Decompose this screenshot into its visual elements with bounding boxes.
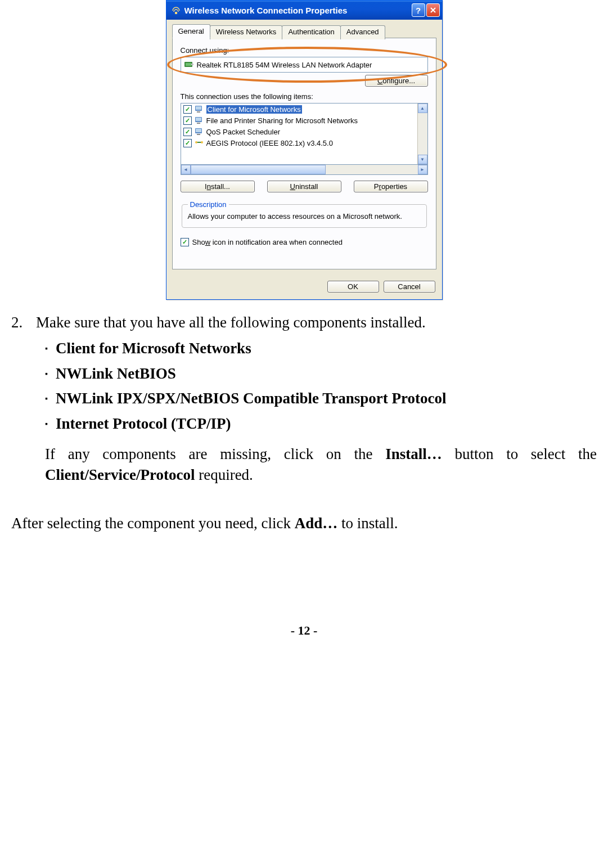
- svg-rect-0: [175, 12, 177, 14]
- scroll-right-icon[interactable]: ►: [418, 165, 427, 174]
- title-text: Wireless Network Connection Properties: [184, 6, 412, 15]
- step-text: Make sure that you have all the followin…: [36, 312, 426, 332]
- show-icon-checkbox[interactable]: ✓: [181, 238, 189, 246]
- tab-panel-general: Connect using: Realtek RTL8185 54M Wirel…: [172, 38, 436, 269]
- svg-point-15: [201, 141, 203, 143]
- checkbox-icon[interactable]: ✓: [183, 105, 192, 114]
- bullet-icon: ▪: [45, 394, 48, 404]
- scroll-up-icon[interactable]: ▲: [418, 104, 427, 113]
- service-icon: [195, 127, 204, 136]
- list-item-label: AEGIS Protocol (IEEE 802.1x) v3.4.5.0: [206, 139, 333, 147]
- horizontal-scrollbar[interactable]: ◄ ►: [181, 165, 428, 175]
- list-item[interactable]: ✓ QoS Packet Scheduler: [181, 126, 417, 137]
- wireless-icon: [171, 5, 181, 15]
- vertical-scrollbar[interactable]: ▲ ▼: [417, 104, 427, 164]
- list-item[interactable]: ✓ AEGIS Protocol (IEEE 802.1x) v3.4.5.0: [181, 137, 417, 149]
- description-text: Allows your computer to access resources…: [188, 212, 421, 222]
- svg-rect-8: [196, 118, 201, 121]
- nic-icon: [184, 60, 193, 69]
- scroll-left-icon[interactable]: ◄: [181, 165, 191, 174]
- svg-rect-2: [186, 63, 191, 66]
- step-2: 2. Make sure that you have all the follo…: [11, 312, 597, 332]
- connect-using-label: Connect using:: [181, 46, 428, 55]
- list-item-label: File and Printer Sharing for Microsoft N…: [206, 116, 358, 125]
- help-button[interactable]: ?: [412, 3, 425, 17]
- items-listbox[interactable]: ✓ Client for Microsoft Networks ✓ File a…: [181, 103, 428, 165]
- service-icon: [195, 116, 204, 125]
- tab-general[interactable]: General: [172, 24, 210, 38]
- dialog-footer: OK Cancel: [166, 275, 442, 299]
- title-bar[interactable]: Wireless Network Connection Properties ?: [166, 1, 442, 20]
- tab-strip: General Wireless Networks Authentication…: [172, 24, 436, 38]
- show-icon-label: Show icon in notification area when conn…: [192, 238, 343, 246]
- scroll-down-icon[interactable]: ▼: [418, 155, 427, 164]
- description-legend: Description: [188, 200, 229, 209]
- list-item[interactable]: ✓ Client for Microsoft Networks: [181, 104, 417, 115]
- svg-rect-11: [196, 129, 201, 132]
- protocol-icon: [195, 138, 204, 147]
- svg-rect-12: [197, 134, 200, 135]
- svg-rect-6: [197, 111, 200, 113]
- checkbox-icon[interactable]: ✓: [183, 139, 192, 147]
- bullet-icon: ▪: [45, 419, 48, 430]
- client-icon: [195, 105, 204, 114]
- scroll-track[interactable]: [418, 113, 427, 155]
- configure-button[interactable]: Configure...: [365, 75, 428, 87]
- bullet-item: ▪NWLink NetBIOS: [45, 363, 597, 384]
- list-item-label: Client for Microsoft Networks: [206, 105, 302, 114]
- item-properties-button[interactable]: Properties: [354, 181, 428, 192]
- items-label: This connection uses the following items…: [181, 92, 428, 101]
- document-body: 2. Make sure that you have all the follo…: [11, 312, 597, 534]
- scroll-thumb[interactable]: [191, 165, 326, 174]
- bullet-icon: ▪: [45, 344, 48, 354]
- properties-dialog: Wireless Network Connection Properties ?…: [166, 0, 443, 300]
- adapter-field[interactable]: Realtek RTL8185 54M Wireless LAN Network…: [181, 57, 428, 73]
- list-item[interactable]: ✓ File and Printer Sharing for Microsoft…: [181, 115, 417, 126]
- tab-wireless-networks[interactable]: Wireless Networks: [210, 25, 283, 39]
- svg-rect-9: [197, 123, 200, 124]
- page-number: - 12 -: [11, 623, 597, 644]
- svg-rect-5: [196, 106, 201, 110]
- install-button[interactable]: Install...: [181, 181, 255, 192]
- tab-advanced[interactable]: Advanced: [340, 25, 385, 39]
- paragraph-install: If any components are missing, click on …: [45, 444, 597, 485]
- checkbox-icon[interactable]: ✓: [183, 128, 192, 136]
- svg-point-14: [195, 141, 197, 143]
- bullet-icon: ▪: [45, 369, 48, 380]
- uninstall-button[interactable]: Uninstall: [267, 181, 341, 192]
- bullet-item: ▪Client for Microsoft Networks: [45, 338, 597, 358]
- paragraph-add: After selecting the component you need, …: [11, 513, 597, 533]
- tab-authentication[interactable]: Authentication: [282, 25, 340, 39]
- bullet-item: ▪Internet Protocol (TCP/IP): [45, 413, 597, 434]
- cancel-button[interactable]: Cancel: [384, 281, 435, 293]
- description-group: Description Allows your computer to acce…: [182, 200, 427, 228]
- svg-rect-3: [191, 64, 193, 65]
- ok-button[interactable]: OK: [327, 281, 379, 293]
- list-item-label: QoS Packet Scheduler: [206, 128, 281, 136]
- close-button[interactable]: [426, 3, 440, 17]
- step-number: 2.: [11, 312, 36, 332]
- bullet-item: ▪NWLink IPX/SPX/NetBIOS Compatible Trans…: [45, 388, 597, 408]
- checkbox-icon[interactable]: ✓: [183, 116, 192, 125]
- adapter-name: Realtek RTL8185 54M Wireless LAN Network…: [197, 61, 372, 69]
